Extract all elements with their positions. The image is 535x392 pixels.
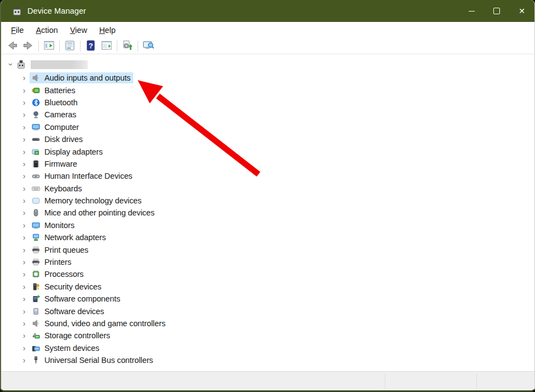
tree-item-bluetooth[interactable]: › Bluetooth [1, 96, 534, 109]
back-button[interactable] [4, 39, 20, 53]
chevron-right-icon[interactable]: › [19, 123, 30, 131]
chevron-right-icon[interactable]: › [19, 99, 30, 106]
tree-item-sound-video-and-game-controllers[interactable]: › Sound, video and game controllers [1, 317, 534, 329]
tree-root-computer[interactable]: › [1, 57, 534, 72]
chevron-right-icon[interactable]: › [19, 283, 30, 291]
tree-item-storage-controllers[interactable]: › Storage controllers [1, 329, 534, 342]
minimize-button[interactable] [459, 0, 484, 22]
toolbar-separator [38, 41, 39, 52]
tree-item-network-adapters[interactable]: › Network adapters [1, 231, 534, 243]
display-icon [31, 147, 41, 156]
chevron-right-icon[interactable]: › [19, 197, 30, 204]
window-title: Device Manager [27, 7, 86, 15]
chevron-right-icon[interactable]: › [19, 185, 30, 192]
console-tree-icon [43, 40, 55, 53]
svg-text:?: ? [88, 41, 93, 49]
show-action-pane-button[interactable] [99, 39, 115, 53]
maximize-button[interactable] [484, 0, 509, 22]
chevron-right-icon[interactable]: › [19, 356, 30, 364]
device-tree: › › Audio inputs and outputs › Batteries… [1, 54, 534, 366]
maximize-icon [493, 8, 500, 14]
tree-item-cameras[interactable]: › Cameras [1, 109, 534, 121]
storage-icon [31, 331, 41, 340]
system-icon [31, 344, 41, 353]
statusbar [1, 371, 534, 390]
tree-item-batteries[interactable]: › Batteries [1, 84, 534, 96]
disk-icon [31, 135, 41, 144]
tree-item-disk-drives[interactable]: › Disk drives [1, 133, 534, 145]
back-arrow-icon [6, 40, 19, 53]
properties-button[interactable] [62, 39, 78, 53]
device-manager-window: Device Manager ✕ FileActionViewHelp ? › … [0, 0, 535, 392]
scan-for-hardware-changes-button[interactable] [119, 39, 135, 53]
tree-item-keyboards[interactable]: › Keyboards [1, 183, 534, 195]
close-button[interactable]: ✕ [509, 0, 534, 22]
tree-item-display-adapters[interactable]: › Display adapters [1, 145, 534, 157]
action-pane-icon [100, 40, 113, 53]
chevron-right-icon[interactable]: › [19, 246, 30, 254]
keyboard-icon [31, 184, 41, 193]
chevron-right-icon[interactable]: › [19, 270, 30, 278]
tree-item-software-components[interactable]: › Software components [1, 293, 534, 305]
monitor-icon [31, 221, 41, 230]
chevron-right-icon[interactable]: › [19, 172, 30, 180]
hid-icon [31, 172, 41, 180]
menu-help[interactable]: Help [93, 24, 122, 36]
help-button[interactable]: ? [83, 39, 99, 53]
menubar: FileActionViewHelp [1, 22, 534, 38]
tree-item-human-interface-devices[interactable]: › Human Interface Devices [1, 170, 534, 182]
tree-item-processors[interactable]: › Processors [1, 268, 534, 280]
show-console-tree-button[interactable] [41, 39, 57, 53]
toolbar-separator [59, 41, 60, 52]
chevron-right-icon[interactable]: › [19, 295, 30, 303]
tree-item-computer[interactable]: › Computer [1, 121, 534, 133]
chevron-right-icon[interactable]: › [19, 320, 30, 327]
chevron-right-icon[interactable]: › [19, 332, 30, 339]
chevron-right-icon[interactable]: › [19, 221, 30, 229]
chevron-right-icon[interactable]: › [19, 148, 30, 156]
chevron-down-icon[interactable]: › [5, 60, 16, 69]
tree-item-printers[interactable]: › Printers [1, 256, 534, 268]
tree-item-monitors[interactable]: › Monitors [1, 219, 534, 231]
tree-item-mice-and-other-pointing-devices[interactable]: › Mice and other pointing devices [1, 207, 534, 219]
tree-item-memory-technology-devices[interactable]: › Memory technology devices [1, 195, 534, 207]
menu-view[interactable]: View [64, 24, 93, 36]
window-controls: ✕ [459, 0, 534, 22]
minimize-icon [469, 11, 475, 12]
toolbar-separator [117, 41, 117, 52]
mouse-icon [31, 208, 41, 217]
tree-item-software-devices[interactable]: › Software devices [1, 305, 534, 317]
tree-item-audio-inputs-and-outputs[interactable]: › Audio inputs and outputs [1, 72, 534, 84]
chevron-right-icon[interactable]: › [19, 135, 30, 143]
chevron-right-icon[interactable]: › [19, 209, 30, 217]
device-manager-icon [12, 6, 22, 16]
tree-panel: › › Audio inputs and outputs › Batteries… [1, 54, 534, 371]
printer-icon [31, 258, 41, 266]
close-icon: ✕ [519, 7, 525, 15]
tree-item-system-devices[interactable]: › System devices [1, 342, 534, 354]
chevron-right-icon[interactable]: › [19, 87, 30, 94]
remote-computer-button[interactable] [140, 39, 156, 53]
chevron-right-icon[interactable]: › [19, 344, 30, 352]
tree-item-firmware[interactable]: › Firmware [1, 158, 534, 170]
properties-icon [64, 40, 76, 53]
menu-action[interactable]: Action [30, 24, 64, 36]
device-manager-icon [16, 60, 26, 69]
tree-item-print-queues[interactable]: › Print queues [1, 243, 534, 255]
chevron-right-icon[interactable]: › [19, 74, 30, 82]
tree-item-universal-serial-bus-controllers[interactable]: › Universal Serial Bus controllers [1, 354, 534, 366]
chevron-right-icon[interactable]: › [19, 160, 30, 168]
scan-icon [121, 40, 134, 53]
chevron-right-icon[interactable]: › [19, 258, 30, 266]
computer-icon [31, 123, 41, 132]
chevron-right-icon[interactable]: › [19, 234, 30, 241]
chevron-right-icon[interactable]: › [19, 308, 30, 315]
forward-button[interactable] [20, 39, 36, 53]
toolbar: ? [1, 38, 534, 54]
tree-item-security-devices[interactable]: › Security devices [1, 281, 534, 293]
computer-name-redacted [31, 60, 88, 69]
camera-icon [31, 110, 41, 119]
processor-icon [31, 270, 41, 279]
menu-file[interactable]: File [5, 24, 30, 36]
chevron-right-icon[interactable]: › [19, 111, 30, 118]
